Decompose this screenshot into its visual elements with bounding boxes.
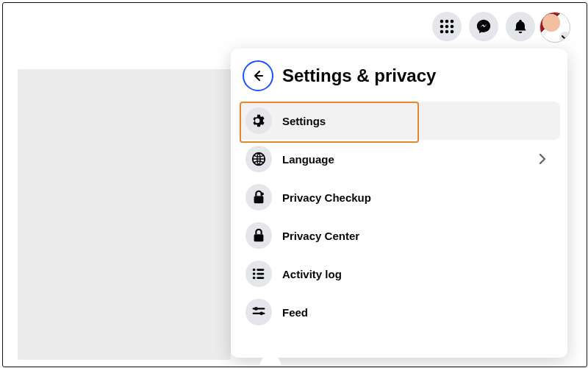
back-button[interactable] <box>243 60 273 91</box>
menu-item-privacy-checkup[interactable]: Privacy Checkup <box>238 178 560 216</box>
arrow-left-icon <box>251 68 265 83</box>
svg-point-4 <box>445 25 449 29</box>
menu-item-label: Settings <box>282 115 326 127</box>
svg-rect-16 <box>257 269 264 271</box>
svg-point-3 <box>440 25 444 29</box>
gear-icon <box>245 107 272 134</box>
svg-point-22 <box>259 311 263 315</box>
sliders-icon <box>245 299 272 325</box>
menu-item-activity-log[interactable]: Activity log <box>238 255 560 293</box>
svg-point-11 <box>261 193 264 196</box>
chevron-down-icon <box>562 34 569 41</box>
menu-item-label: Privacy Checkup <box>282 191 371 204</box>
apps-menu-button[interactable] <box>432 12 462 41</box>
svg-point-1 <box>445 20 449 24</box>
menu-item-label: Feed <box>282 306 308 319</box>
avatar-chevron <box>559 32 570 43</box>
svg-rect-12 <box>254 234 264 241</box>
dropdown-header: Settings & privacy <box>238 59 560 102</box>
app-frame: Settings & privacy Settings Language <box>2 2 587 367</box>
svg-point-2 <box>451 20 454 24</box>
svg-point-5 <box>451 25 454 29</box>
messenger-icon <box>476 18 492 35</box>
svg-point-14 <box>253 272 256 275</box>
account-avatar-button[interactable] <box>539 12 570 43</box>
messenger-button[interactable] <box>469 12 498 41</box>
svg-rect-18 <box>257 277 264 279</box>
header-icon-bar <box>432 12 535 41</box>
notifications-button[interactable] <box>506 12 535 41</box>
lock-icon <box>245 222 272 249</box>
svg-point-7 <box>445 30 449 34</box>
dropdown-title: Settings & privacy <box>282 66 436 86</box>
menu-item-label: Activity log <box>282 268 342 280</box>
svg-point-8 <box>451 30 454 34</box>
list-icon <box>245 261 272 287</box>
menu-item-settings[interactable]: Settings <box>238 102 560 140</box>
chevron-right-icon <box>535 152 550 166</box>
lock-heart-icon <box>245 184 272 210</box>
svg-point-15 <box>253 277 256 280</box>
svg-point-13 <box>253 269 256 272</box>
menu-item-privacy-center[interactable]: Privacy Center <box>238 216 560 255</box>
svg-rect-10 <box>254 196 264 203</box>
menu-item-label: Language <box>282 153 334 166</box>
svg-point-0 <box>440 20 444 24</box>
svg-rect-17 <box>257 273 264 275</box>
menu-item-feed[interactable]: Feed <box>238 293 560 331</box>
bell-icon <box>512 18 528 35</box>
menu-item-label: Privacy Center <box>282 230 359 242</box>
dropdown-menu: Settings Language Privacy Checkup <box>238 102 560 331</box>
svg-point-21 <box>254 307 258 311</box>
menu-item-language[interactable]: Language <box>238 140 560 178</box>
left-sidebar-placeholder <box>18 69 231 360</box>
svg-point-6 <box>440 30 444 34</box>
settings-privacy-dropdown: Settings & privacy Settings Language <box>231 49 567 358</box>
globe-icon <box>245 146 272 172</box>
grid-icon <box>440 19 454 34</box>
